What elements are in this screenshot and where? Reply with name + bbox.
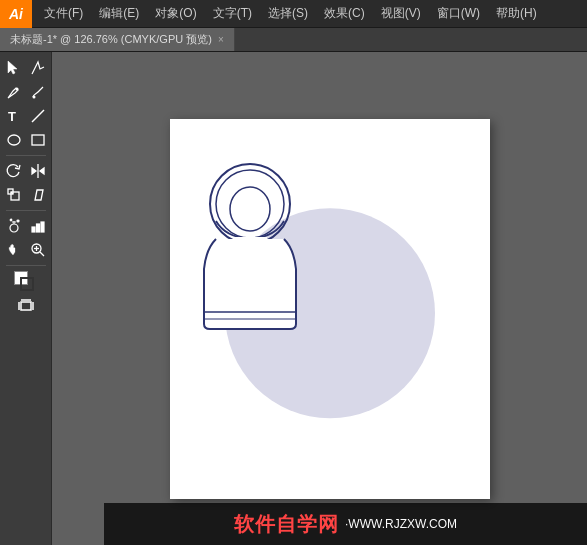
hijab-figure <box>170 149 330 349</box>
app-logo: Ai <box>0 0 32 28</box>
svg-marker-8 <box>32 168 36 174</box>
tool-row-4 <box>0 128 51 152</box>
direct-selection-tool[interactable] <box>26 56 50 80</box>
tab-bar: 未标题-1* @ 126.76% (CMYK/GPU 预览) × <box>0 28 587 52</box>
shear-tool[interactable] <box>26 183 50 207</box>
document-tab[interactable]: 未标题-1* @ 126.76% (CMYK/GPU 预览) × <box>0 28 235 51</box>
rotate-tool[interactable] <box>2 159 26 183</box>
menu-select[interactable]: 选择(S) <box>260 0 316 27</box>
main-area: T <box>0 52 587 545</box>
svg-point-15 <box>17 220 19 222</box>
svg-rect-17 <box>32 227 35 232</box>
rectangle-tool[interactable] <box>26 128 50 152</box>
menu-view[interactable]: 视图(V) <box>373 0 429 27</box>
menu-items: 文件(F) 编辑(E) 对象(O) 文字(T) 选择(S) 效果(C) 视图(V… <box>36 0 545 27</box>
menu-edit[interactable]: 编辑(E) <box>91 0 147 27</box>
svg-marker-13 <box>35 190 43 200</box>
selection-tool[interactable] <box>2 56 26 80</box>
svg-rect-6 <box>32 135 44 145</box>
zoom-tool[interactable] <box>26 238 50 262</box>
svg-point-16 <box>10 219 12 221</box>
left-toolbar: T <box>0 52 52 545</box>
menu-text[interactable]: 文字(T) <box>205 0 260 27</box>
svg-rect-18 <box>36 224 39 232</box>
tool-row-6 <box>0 183 51 207</box>
canvas-area[interactable]: 软件自学网 ·WWW.RJZXW.COM <box>52 52 587 545</box>
artboard <box>170 119 490 499</box>
artboard-shadow <box>170 119 490 499</box>
menu-effect[interactable]: 效果(C) <box>316 0 373 27</box>
type-tool[interactable]: T <box>2 104 26 128</box>
artboard-tool[interactable] <box>14 293 38 317</box>
menu-window[interactable]: 窗口(W) <box>429 0 488 27</box>
tool-row-2 <box>0 80 51 104</box>
reflect-tool[interactable] <box>26 159 50 183</box>
tool-separator-2 <box>6 210 46 211</box>
column-graph-tool[interactable] <box>26 214 50 238</box>
tool-row-7 <box>0 214 51 238</box>
svg-rect-32 <box>233 237 267 257</box>
watermark-bar: 软件自学网 ·WWW.RJZXW.COM <box>104 503 587 545</box>
tab-title: 未标题-1* @ 126.76% (CMYK/GPU 预览) <box>10 32 212 47</box>
watermark-url: ·WWW.RJZXW.COM <box>345 517 457 531</box>
menu-help[interactable]: 帮助(H) <box>488 0 545 27</box>
menu-file[interactable]: 文件(F) <box>36 0 91 27</box>
tool-row-1 <box>0 56 51 80</box>
line-tool[interactable] <box>26 104 50 128</box>
svg-line-21 <box>40 252 44 256</box>
pen-tool[interactable] <box>2 80 26 104</box>
tab-close-button[interactable]: × <box>218 34 224 45</box>
svg-point-1 <box>15 88 18 91</box>
svg-point-2 <box>32 96 35 99</box>
fill-stroke-colors[interactable] <box>12 269 40 293</box>
svg-rect-24 <box>21 302 31 310</box>
menu-bar: Ai 文件(F) 编辑(E) 对象(O) 文字(T) 选择(S) 效果(C) 视… <box>0 0 587 28</box>
svg-point-30 <box>230 187 270 231</box>
svg-rect-19 <box>41 222 44 232</box>
svg-marker-9 <box>40 168 44 174</box>
tool-row-8 <box>0 238 51 262</box>
tool-separator-3 <box>6 265 46 266</box>
ellipse-tool[interactable] <box>2 128 26 152</box>
tool-separator-1 <box>6 155 46 156</box>
color-swatches-row <box>0 269 51 293</box>
hand-tool[interactable] <box>2 238 26 262</box>
symbol-sprayer-tool[interactable] <box>2 214 26 238</box>
svg-point-14 <box>10 224 18 232</box>
watermark-site: 软件自学网 <box>234 511 339 538</box>
svg-marker-0 <box>8 61 17 74</box>
tool-row-5 <box>0 159 51 183</box>
tool-row-extra <box>0 293 51 317</box>
canvas-inner <box>72 72 587 545</box>
svg-line-4 <box>32 110 44 122</box>
menu-object[interactable]: 对象(O) <box>147 0 204 27</box>
svg-text:T: T <box>8 109 16 124</box>
scale-tool[interactable] <box>2 183 26 207</box>
paintbrush-tool[interactable] <box>26 80 50 104</box>
tool-row-3: T <box>0 104 51 128</box>
svg-point-5 <box>8 135 20 145</box>
